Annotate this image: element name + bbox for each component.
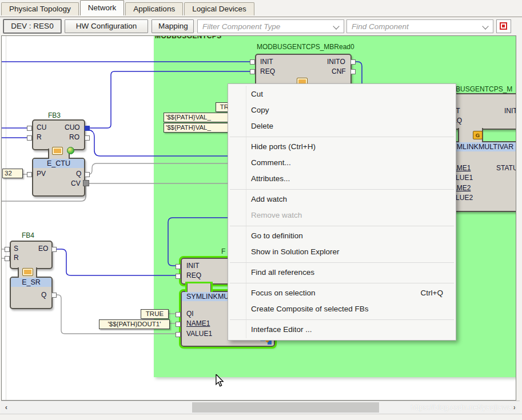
sym-port-value1: VALUE1	[186, 330, 212, 338]
literal-true-bottom[interactable]: TRUE	[141, 309, 169, 319]
fb3-port-ro: RO	[69, 133, 79, 141]
red-square-toggle-button[interactable]	[496, 19, 511, 33]
editor-tab-bar: Physical TopologyNetworkApplicationsLogi…	[0, 0, 522, 17]
port-stub[interactable]	[176, 274, 181, 279]
sym-port-name1: NAME1	[186, 319, 210, 327]
port-stub[interactable]	[176, 264, 181, 269]
scroll-left-arrow[interactable]: ‹	[1, 401, 11, 414]
menu-shortcut: Ctrl+Q	[421, 285, 443, 301]
fb3-port-cuo: CUO	[65, 123, 80, 131]
port-stub[interactable]	[176, 322, 181, 327]
menu-item-attributes[interactable]: Attributes...	[228, 171, 456, 187]
filter-component-type-input[interactable]	[201, 21, 330, 31]
port-stub[interactable]	[5, 256, 10, 261]
literal-dout-path[interactable]: '$${PATH}DOUT1'	[99, 319, 170, 329]
literal-val-path-2[interactable]: '$${PATH}VAL_	[164, 123, 229, 133]
fb4-instance-name: FB4	[22, 231, 34, 239]
g-badge-icon: G	[473, 131, 483, 139]
port-stub[interactable]	[27, 172, 32, 177]
menu-separator	[228, 281, 456, 285]
sym-neck	[186, 283, 212, 293]
menu-separator	[228, 187, 456, 191]
resource-chip-icon	[52, 147, 63, 155]
fb-network-canvas[interactable]: MODBUSGENTCPS	[1, 35, 516, 401]
mapping-button[interactable]: Mapping	[152, 19, 194, 33]
fb4-port-eo: EO	[38, 245, 48, 253]
status-ball-icon	[67, 147, 74, 154]
menu-item-label: Focus on selection	[251, 289, 316, 297]
menu-item-delete[interactable]: Delete	[228, 118, 456, 134]
port-stub[interactable]	[176, 312, 181, 317]
fb-network-editor-window: Physical TopologyNetworkApplicationsLogi…	[0, 0, 522, 420]
menu-separator	[228, 260, 456, 265]
port-stub[interactable]	[350, 69, 356, 74]
menu-separator	[228, 317, 456, 322]
menu-item-cut[interactable]: Cut	[228, 86, 456, 102]
port-stub[interactable]	[85, 172, 90, 177]
port-stub-connected[interactable]	[85, 126, 90, 131]
fb3-port-cu: CU	[37, 123, 46, 131]
menu-separator	[228, 223, 456, 228]
sym-port-init: INIT	[186, 262, 200, 270]
port-stub[interactable]	[85, 135, 90, 141]
menu-item-go-to-definition[interactable]: Go to definition	[228, 228, 456, 244]
dev-res0-button[interactable]: DEV : RES0	[3, 19, 61, 33]
tab-physical-topology[interactable]: Physical Topology	[1, 2, 79, 15]
port-stub[interactable]	[250, 69, 255, 74]
menu-item-show-in-solution-explorer[interactable]: Show in Solution Explorer	[228, 244, 456, 260]
port-stub[interactable]	[5, 247, 10, 252]
port-stub[interactable]	[250, 59, 255, 65]
port-stub[interactable]	[51, 293, 57, 298]
mbread-port-cnf: CNF	[332, 67, 346, 75]
fb4-port-q: Q	[41, 291, 46, 299]
fb4-type-band: E_SR	[11, 278, 51, 287]
filter-component-type-combo[interactable]	[197, 19, 344, 33]
fb3-port-r: R	[37, 133, 42, 141]
network-toolbar: DEV : RES0 HW Configuration Mapping	[0, 17, 522, 35]
port-stub[interactable]	[27, 135, 32, 141]
resource-chip-icon	[22, 268, 33, 276]
port-stub[interactable]	[176, 332, 181, 337]
menu-item-copy[interactable]: Copy	[228, 102, 456, 118]
menu-item-interface-editor[interactable]: Interface Editor ...	[228, 322, 456, 338]
mbread-port-init: INIT	[260, 58, 273, 66]
menu-item-add-watch[interactable]: Add watch	[228, 191, 456, 207]
menu-item-hide-ports[interactable]: Hide ports (Ctrl+H)	[228, 139, 456, 155]
tab-network[interactable]: Network	[80, 0, 125, 15]
chevron-down-icon[interactable]	[482, 23, 488, 29]
literal-val-path-1[interactable]: '$${PATH}VAL_	[164, 113, 229, 122]
menu-item-create-composite[interactable]: Create Composite of selected FBs	[228, 301, 456, 317]
fb4-port-s: S	[14, 245, 18, 253]
mbread-port-inito: INITO	[327, 58, 345, 66]
menu-item-comment[interactable]: Comment...	[228, 155, 456, 171]
right-port-status: STATUS	[496, 164, 516, 172]
menu-separator	[228, 134, 456, 139]
port-stub[interactable]	[51, 247, 57, 252]
fb4-port-r: R	[14, 254, 19, 262]
literal-pv-32[interactable]: 32	[2, 169, 23, 178]
sym-instance-name-fragment: F	[221, 247, 225, 255]
sym-port-qi: QI	[186, 310, 194, 318]
fb3-type-band: E_CTU	[33, 159, 84, 168]
port-stub[interactable]	[27, 126, 32, 131]
port-stub-connected[interactable]	[83, 180, 89, 186]
scrollbar-thumb[interactable]	[192, 402, 379, 413]
mouse-cursor-icon	[215, 374, 224, 387]
tab-logical-devices[interactable]: Logical Devices	[184, 2, 254, 15]
menu-item-focus-on-selection[interactable]: Focus on selection Ctrl+Q	[228, 285, 456, 301]
horizontal-scrollbar[interactable]: ‹ › https://blog.csdn.net/yaojiawan	[1, 401, 520, 414]
menu-item-find-all-references[interactable]: Find all references	[228, 265, 456, 281]
right-port-inito: INITO	[504, 107, 516, 115]
mbread-port-req: REQ	[260, 67, 275, 75]
port-stub[interactable]	[350, 59, 356, 65]
csdn-watermark: https://blog.csdn.net/yaojiawan	[411, 403, 516, 411]
tab-applications[interactable]: Applications	[125, 2, 183, 15]
red-square-icon	[500, 22, 507, 30]
chevron-down-icon[interactable]	[333, 23, 339, 29]
hw-configuration-button[interactable]: HW Configuration	[65, 19, 148, 33]
fb3-port-pv: PV	[37, 170, 46, 178]
find-component-input[interactable]	[350, 21, 479, 31]
menu-item-remove-watch: Remove watch	[228, 207, 456, 223]
window-bottom-strip	[0, 414, 522, 420]
find-component-combo[interactable]	[346, 19, 493, 33]
